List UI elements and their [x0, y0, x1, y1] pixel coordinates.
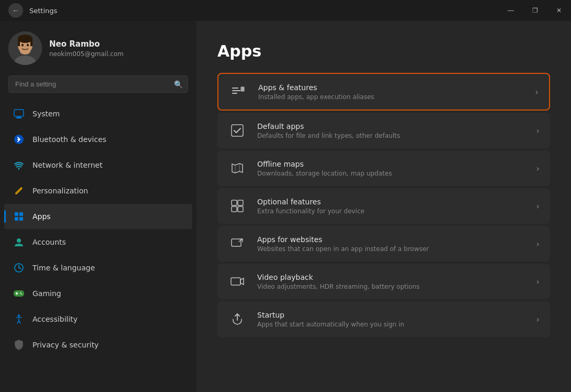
user-section[interactable]: Neo Rambo neokim005@gmail.com	[0, 21, 196, 73]
video-playback-icon	[228, 272, 247, 291]
offline-maps-title: Offline maps	[257, 160, 526, 168]
startup-chevron: ›	[536, 314, 540, 324]
apps-features-desc: Installed apps, app execution aliases	[258, 93, 525, 101]
setting-apps-websites[interactable]: Apps for websites Websites that can open…	[217, 226, 550, 262]
sidebar-item-system[interactable]: System	[4, 101, 192, 126]
setting-default-apps[interactable]: Default apps Defaults for file and link …	[217, 113, 550, 148]
svg-point-18	[17, 238, 21, 243]
search-box: 🔍	[8, 75, 188, 93]
search-input[interactable]	[8, 75, 188, 93]
minimize-button[interactable]: —	[499, 0, 523, 21]
offline-maps-text: Offline maps Downloads, storage location…	[257, 160, 526, 177]
setting-optional-features[interactable]: Optional features Extra functionality fo…	[217, 188, 550, 224]
svg-rect-20	[14, 290, 24, 297]
svg-rect-16	[15, 217, 18, 221]
sidebar-nav: System Bluetooth & devices	[0, 101, 196, 357]
apps-features-text: Apps & features Installed apps, app exec…	[258, 83, 525, 101]
svg-rect-17	[19, 217, 23, 221]
svg-rect-15	[19, 212, 23, 216]
setting-startup[interactable]: Startup Apps that start automatically wh…	[217, 301, 550, 337]
offline-maps-desc: Downloads, storage location, map updates	[257, 170, 526, 177]
user-email: neokim005@gmail.com	[49, 50, 124, 58]
sidebar-item-system-label: System	[32, 110, 60, 118]
sidebar-item-time[interactable]: Time & language	[4, 255, 192, 280]
accounts-icon	[13, 236, 25, 248]
content-area: Neo Rambo neokim005@gmail.com 🔍	[0, 21, 571, 392]
sidebar-item-personalization[interactable]: Personalization	[4, 178, 192, 203]
setting-apps-features[interactable]: Apps & features Installed apps, app exec…	[217, 73, 550, 111]
titlebar-controls: — ❐ ✕	[499, 0, 571, 21]
default-apps-chevron: ›	[536, 126, 540, 136]
search-icon: 🔍	[174, 80, 183, 89]
video-playback-chevron: ›	[536, 277, 540, 287]
offline-maps-icon	[228, 159, 247, 178]
sidebar-item-gaming-label: Gaming	[32, 289, 61, 298]
time-icon	[13, 262, 25, 274]
network-icon	[13, 159, 25, 171]
svg-rect-24	[232, 88, 238, 89]
titlebar: ← Settings — ❐ ✕	[0, 0, 571, 21]
apps-features-chevron: ›	[535, 87, 539, 97]
settings-list: Apps & features Installed apps, app exec…	[217, 73, 550, 337]
back-button[interactable]: ←	[8, 3, 23, 18]
svg-point-8	[27, 44, 29, 47]
sidebar: Neo Rambo neokim005@gmail.com 🔍	[0, 21, 196, 392]
optional-features-text: Optional features Extra functionality fo…	[257, 198, 526, 215]
titlebar-title: Settings	[29, 7, 57, 15]
sidebar-item-time-label: Time & language	[32, 264, 95, 272]
apps-features-title: Apps & features	[258, 83, 525, 92]
personalization-icon	[13, 184, 25, 197]
sidebar-item-accessibility-label: Accessibility	[32, 315, 78, 323]
svg-rect-4	[30, 39, 32, 46]
optional-features-chevron: ›	[536, 201, 540, 211]
default-apps-icon	[228, 121, 247, 140]
sidebar-item-gaming[interactable]: Gaming	[4, 281, 192, 306]
main-content: Apps Apps & features	[196, 21, 571, 392]
setting-offline-maps[interactable]: Offline maps Downloads, storage location…	[217, 150, 550, 186]
startup-title: Startup	[257, 311, 526, 319]
apps-websites-title: Apps for websites	[257, 235, 526, 244]
sidebar-item-personalization-label: Personalization	[32, 187, 88, 195]
svg-rect-25	[232, 90, 240, 91]
setting-video-playback[interactable]: Video playback Video adjustments, HDR st…	[217, 264, 550, 299]
user-name: Neo Rambo	[49, 39, 124, 49]
avatar	[8, 31, 42, 65]
apps-websites-icon	[228, 234, 247, 253]
svg-rect-35	[231, 278, 240, 285]
page-title: Apps	[217, 42, 550, 60]
optional-features-desc: Extra functionality for your device	[257, 208, 526, 215]
sidebar-item-bluetooth[interactable]: Bluetooth & devices	[4, 127, 192, 152]
titlebar-left: ← Settings	[8, 3, 57, 18]
svg-rect-34	[232, 239, 241, 246]
accessibility-icon	[13, 313, 25, 325]
sidebar-item-accounts[interactable]: Accounts	[4, 230, 192, 255]
svg-rect-32	[232, 206, 237, 212]
sidebar-item-network[interactable]: Network & internet	[4, 153, 192, 178]
sidebar-item-apps-label: Apps	[32, 212, 51, 221]
sidebar-item-accessibility[interactable]: Accessibility	[4, 307, 192, 332]
privacy-icon	[13, 339, 25, 351]
sidebar-item-privacy[interactable]: Privacy & security	[4, 332, 192, 357]
sidebar-item-bluetooth-label: Bluetooth & devices	[32, 135, 106, 144]
maximize-button[interactable]: ❐	[523, 0, 547, 21]
sidebar-item-network-label: Network & internet	[32, 161, 103, 169]
default-apps-title: Default apps	[257, 122, 526, 130]
svg-point-2	[18, 35, 32, 43]
apps-websites-chevron: ›	[536, 239, 540, 249]
svg-rect-30	[232, 200, 237, 205]
apps-websites-desc: Websites that can open in an app instead…	[257, 245, 526, 253]
svg-rect-29	[232, 125, 243, 136]
svg-rect-14	[15, 212, 18, 216]
svg-point-13	[18, 168, 20, 170]
offline-maps-chevron: ›	[536, 164, 540, 173]
sidebar-item-accounts-label: Accounts	[32, 238, 66, 246]
optional-features-icon	[228, 197, 247, 215]
sidebar-item-apps[interactable]: Apps	[4, 204, 192, 229]
apps-features-icon	[229, 82, 248, 101]
default-apps-text: Default apps Defaults for file and link …	[257, 122, 526, 139]
svg-rect-9	[14, 110, 24, 116]
close-button[interactable]: ✕	[547, 0, 571, 21]
startup-text: Startup Apps that start automatically wh…	[257, 311, 526, 328]
apps-websites-text: Apps for websites Websites that can open…	[257, 235, 526, 253]
startup-desc: Apps that start automatically when you s…	[257, 321, 526, 328]
